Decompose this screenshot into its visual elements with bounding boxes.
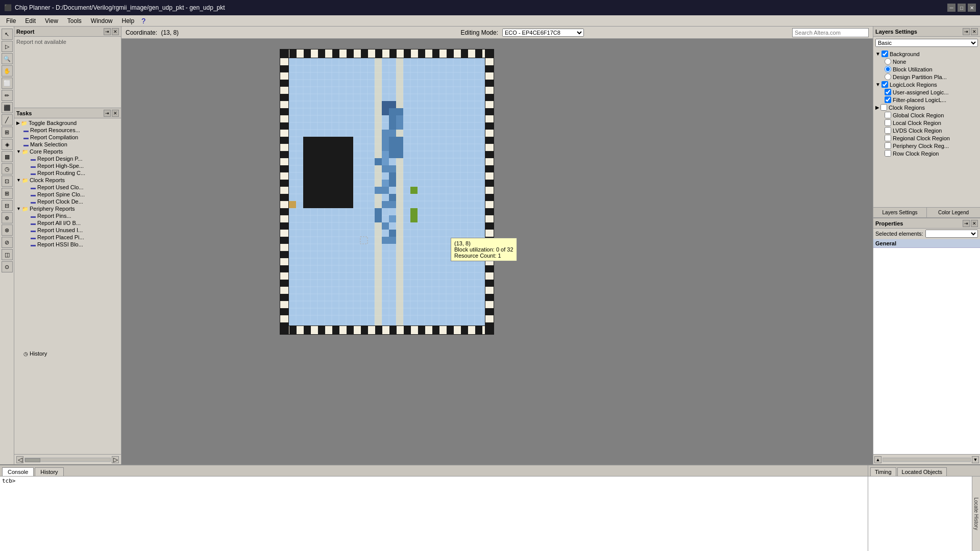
menu-help[interactable]: Help [118, 16, 139, 26]
tool-io[interactable]: ⊡ [2, 176, 13, 187]
tool-zoom[interactable]: 🔍 [2, 53, 13, 64]
task-toggle-background[interactable]: ▶ 📁 Toggle Background [15, 119, 120, 127]
right-scroll-track[interactable] [883, 458, 971, 462]
right-scroll-down[interactable]: ▼ [972, 456, 979, 463]
tool-hand[interactable]: ✋ [2, 65, 13, 77]
clock-regions-checkbox[interactable] [880, 104, 887, 111]
block-util-radio[interactable] [885, 66, 891, 72]
task-report-placed-pi[interactable]: ▬ Report Placed Pi... [15, 234, 120, 241]
task-report-high-spe[interactable]: ▬ Report High-Spe... [15, 162, 120, 169]
report-close-btn[interactable]: ✕ [112, 28, 119, 35]
tab-history[interactable]: History [35, 467, 63, 476]
tab-located-objects[interactable]: Located Objects [897, 467, 947, 476]
layer-lvds-clock[interactable]: LVDS Clock Region [874, 127, 979, 134]
tool-view2[interactable]: ⊟ [2, 200, 13, 211]
layers-float-btn[interactable]: ⇥ [963, 28, 970, 35]
tool-extra[interactable]: ⊕ [2, 212, 13, 223]
design-partition-radio[interactable] [885, 73, 891, 80]
lvds-clock-checkbox[interactable] [885, 127, 891, 134]
properties-close-btn[interactable]: ✕ [971, 220, 978, 227]
close-button[interactable]: ✕ [968, 4, 976, 12]
clock-reports-expand[interactable]: ▼ [16, 178, 21, 183]
periphery-reports-expand[interactable]: ▼ [16, 206, 21, 211]
search-input[interactable] [792, 28, 869, 37]
tab-console[interactable]: Console [2, 467, 34, 476]
layers-close-btn[interactable]: ✕ [971, 28, 978, 35]
local-clock-checkbox[interactable] [885, 119, 891, 126]
task-report-hssi-blo[interactable]: ▬ Report HSSI Blo... [15, 241, 120, 248]
logilock-checkbox[interactable] [881, 81, 888, 88]
tool-clock[interactable]: ◷ [2, 163, 13, 174]
scroll-thumb[interactable] [25, 458, 40, 462]
filter-placed-checkbox[interactable] [885, 96, 891, 103]
tool-line[interactable]: ╱ [2, 114, 13, 126]
background-checkbox[interactable] [881, 51, 888, 57]
color-legend-tab[interactable]: Color Legend [927, 208, 980, 217]
core-reports-expand[interactable]: ▼ [16, 149, 21, 154]
locate-history-sidebar[interactable]: Locate History [972, 477, 980, 551]
menu-view[interactable]: View [41, 16, 62, 26]
scroll-track[interactable] [24, 458, 111, 462]
layers-type-select[interactable]: Basic [875, 39, 978, 47]
layer-local-clock[interactable]: Local Clock Region [874, 119, 979, 127]
layer-global-clock[interactable]: Global Clock Region [874, 111, 979, 119]
tool-extra5[interactable]: ⊙ [2, 261, 13, 272]
tool-extra3[interactable]: ⊘ [2, 237, 13, 248]
tool-extra4[interactable]: ◫ [2, 249, 13, 260]
report-float-btn[interactable]: ⇥ [104, 28, 111, 35]
maximize-button[interactable]: □ [958, 4, 966, 12]
scroll-left-btn[interactable]: ◁ [16, 456, 23, 463]
menu-edit[interactable]: Edit [21, 16, 40, 26]
task-report-pins[interactable]: ▬ Report Pins... [15, 212, 120, 219]
tool-select[interactable]: ↖ [2, 29, 13, 40]
layer-periphery-clock[interactable]: Periphery Clock Reg... [874, 142, 979, 149]
task-mark-selection[interactable]: ▬ Mark Selection [15, 141, 120, 148]
task-report-clock-de[interactable]: ▬ Report Clock De... [15, 198, 120, 205]
tasks-close-btn[interactable]: ✕ [112, 110, 119, 117]
task-report-resources[interactable]: ▬ Report Resources... [15, 127, 120, 134]
layer-logilock-regions[interactable]: ▼ LogicLock Regions [874, 81, 979, 88]
tasks-scrollbar[interactable]: ◁ ▷ [14, 454, 121, 464]
row-clock-checkbox[interactable] [885, 150, 891, 157]
global-clock-checkbox[interactable] [885, 112, 891, 118]
layer-row-clock[interactable]: Row Clock Region [874, 149, 979, 157]
minimize-button[interactable]: ─ [947, 4, 955, 12]
task-history[interactable]: ◷ History [15, 350, 120, 357]
task-report-compilation[interactable]: ▬ Report Compilation [15, 134, 120, 141]
regional-clock-checkbox[interactable] [885, 135, 891, 141]
task-report-used-clo[interactable]: ▬ Report Used Clo... [15, 184, 120, 191]
scroll-right-btn[interactable]: ▷ [112, 456, 119, 463]
menu-window[interactable]: Window [87, 16, 117, 26]
tool-marquee[interactable]: ⬜ [2, 78, 13, 89]
canvas-area[interactable]: (13, 8) Block utilization: 0 of 32 Resou… [121, 39, 873, 464]
layer-block-util[interactable]: Block Utilization [874, 65, 979, 73]
tool-route[interactable]: ⊞ [2, 127, 13, 138]
task-periphery-reports[interactable]: ▼ 📁 Periphery Reports [15, 205, 120, 212]
console-content[interactable]: tcb> [0, 477, 868, 551]
menu-file[interactable]: File [2, 16, 20, 26]
periphery-clock-checkbox[interactable] [885, 142, 891, 149]
editing-mode-select[interactable]: ECO - EP4CE6F17C8 [502, 29, 584, 37]
task-report-design-p[interactable]: ▬ Report Design P... [15, 155, 120, 162]
layer-none[interactable]: None [874, 58, 979, 65]
task-report-all-io-b[interactable]: ▬ Report All I/O B... [15, 219, 120, 227]
tool-pointer[interactable]: ▷ [2, 41, 13, 52]
tasks-float-btn[interactable]: ⇥ [104, 110, 111, 117]
task-core-reports[interactable]: ▼ 📁 Core Reports [15, 148, 120, 155]
task-clock-reports[interactable]: ▼ 📁 Clock Reports [15, 177, 120, 184]
layer-background[interactable]: ▼ Background [874, 50, 979, 58]
right-panel-scrollbar[interactable]: ▲ ▼ [873, 454, 980, 464]
right-scroll-up[interactable]: ▲ [874, 456, 881, 463]
properties-float-btn[interactable]: ⇥ [963, 220, 970, 227]
user-assigned-checkbox[interactable] [885, 89, 891, 95]
tool-region[interactable]: ▦ [2, 151, 13, 162]
none-radio[interactable] [885, 58, 891, 65]
selected-elements-select[interactable] [925, 230, 978, 238]
layer-design-partition[interactable]: Design Partition Pla... [874, 73, 979, 81]
task-report-routing-c[interactable]: ▬ Report Routing C... [15, 169, 120, 177]
layer-user-assigned-logic[interactable]: User-assigned Logic... [874, 88, 979, 96]
tool-node[interactable]: ◈ [2, 139, 13, 150]
layer-filter-placed-logic[interactable]: Filter-placed LogicL... [874, 96, 979, 104]
tool-assign[interactable]: ⊞ [2, 188, 13, 199]
layers-settings-tab[interactable]: Layers Settings [873, 208, 927, 217]
